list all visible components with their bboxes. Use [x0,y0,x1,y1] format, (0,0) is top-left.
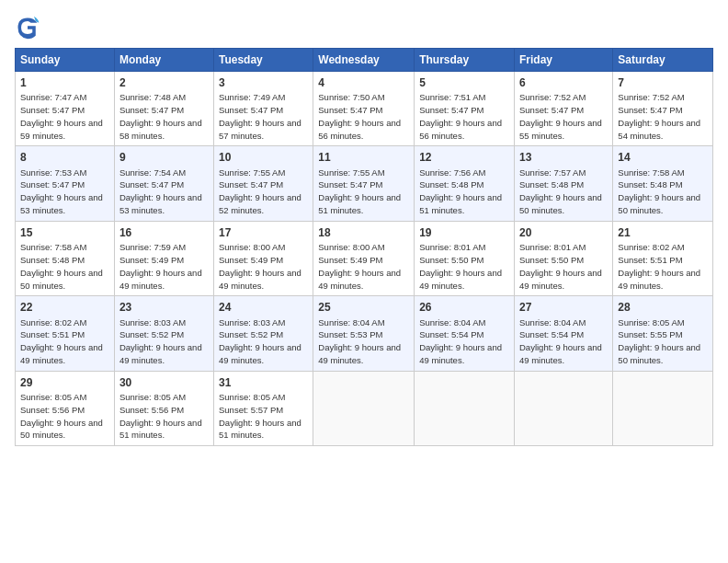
calendar-cell: 13 Sunrise: 7:57 AMSunset: 5:48 PMDaylig… [515,146,613,221]
day-info: Sunrise: 7:52 AMSunset: 5:47 PMDaylight:… [519,92,602,140]
calendar-cell: 2 Sunrise: 7:48 AMSunset: 5:47 PMDayligh… [114,72,213,146]
day-info: Sunrise: 8:05 AMSunset: 5:56 PMDaylight:… [119,392,202,440]
calendar-cell: 30 Sunrise: 8:05 AMSunset: 5:56 PMDaylig… [114,371,213,445]
day-info: Sunrise: 7:49 AMSunset: 5:47 PMDaylight:… [219,92,301,140]
calendar-week-1: 1 Sunrise: 7:47 AMSunset: 5:47 PMDayligh… [16,72,713,146]
calendar-cell: 9 Sunrise: 7:54 AMSunset: 5:47 PMDayligh… [114,146,213,221]
calendar-cell [415,371,515,445]
calendar-cell: 12 Sunrise: 7:56 AMSunset: 5:48 PMDaylig… [415,146,515,221]
day-info: Sunrise: 8:03 AMSunset: 5:52 PMDaylight:… [219,317,301,365]
calendar-cell: 15 Sunrise: 7:58 AMSunset: 5:48 PMDaylig… [16,221,115,295]
day-info: Sunrise: 7:56 AMSunset: 5:48 PMDaylight:… [419,167,502,215]
calendar-cell: 17 Sunrise: 8:00 AMSunset: 5:49 PMDaylig… [213,221,313,295]
day-info: Sunrise: 8:00 AMSunset: 5:49 PMDaylight:… [318,242,401,290]
weekday-header-wednesday: Wednesday [313,49,415,72]
day-number: 18 [318,225,409,240]
day-info: Sunrise: 7:54 AMSunset: 5:47 PMDaylight:… [119,167,202,215]
weekday-header-saturday: Saturday [613,49,713,72]
day-number: 22 [20,300,109,315]
day-number: 12 [419,150,509,165]
day-number: 10 [219,150,308,165]
calendar-cell: 22 Sunrise: 8:02 AMSunset: 5:51 PMDaylig… [16,296,115,371]
day-info: Sunrise: 8:05 AMSunset: 5:56 PMDaylight:… [20,392,103,440]
day-info: Sunrise: 7:58 AMSunset: 5:48 PMDaylight:… [20,242,103,290]
day-info: Sunrise: 8:04 AMSunset: 5:54 PMDaylight:… [519,317,602,365]
day-number: 24 [219,300,308,315]
day-info: Sunrise: 7:55 AMSunset: 5:47 PMDaylight:… [318,167,401,215]
calendar-cell: 31 Sunrise: 8:05 AMSunset: 5:57 PMDaylig… [213,371,313,445]
page: SundayMondayTuesdayWednesdayThursdayFrid… [0,0,728,563]
calendar-cell: 7 Sunrise: 7:52 AMSunset: 5:47 PMDayligh… [613,72,713,146]
calendar-week-5: 29 Sunrise: 8:05 AMSunset: 5:56 PMDaylig… [16,371,713,445]
day-number: 23 [119,300,209,315]
day-info: Sunrise: 8:02 AMSunset: 5:51 PMDaylight:… [618,242,700,290]
weekday-header-thursday: Thursday [415,49,515,72]
day-number: 6 [519,75,608,90]
day-info: Sunrise: 8:05 AMSunset: 5:55 PMDaylight:… [618,317,700,365]
day-number: 30 [119,375,209,390]
weekday-header-monday: Monday [114,49,213,72]
day-info: Sunrise: 7:51 AMSunset: 5:47 PMDaylight:… [419,92,502,140]
calendar-cell: 27 Sunrise: 8:04 AMSunset: 5:54 PMDaylig… [515,296,613,371]
calendar-cell: 26 Sunrise: 8:04 AMSunset: 5:54 PMDaylig… [415,296,515,371]
day-number: 2 [119,75,209,90]
day-number: 19 [419,225,509,240]
calendar-cell: 28 Sunrise: 8:05 AMSunset: 5:55 PMDaylig… [613,296,713,371]
calendar-cell: 3 Sunrise: 7:49 AMSunset: 5:47 PMDayligh… [213,72,313,146]
calendar-cell: 19 Sunrise: 8:01 AMSunset: 5:50 PMDaylig… [415,221,515,295]
calendar-week-2: 8 Sunrise: 7:53 AMSunset: 5:47 PMDayligh… [16,146,713,221]
calendar-cell: 6 Sunrise: 7:52 AMSunset: 5:47 PMDayligh… [515,72,613,146]
day-info: Sunrise: 7:50 AMSunset: 5:47 PMDaylight:… [318,92,401,140]
calendar-cell: 10 Sunrise: 7:55 AMSunset: 5:47 PMDaylig… [213,146,313,221]
calendar-cell: 24 Sunrise: 8:03 AMSunset: 5:52 PMDaylig… [213,296,313,371]
calendar-cell: 1 Sunrise: 7:47 AMSunset: 5:47 PMDayligh… [16,72,115,146]
calendar-cell: 16 Sunrise: 7:59 AMSunset: 5:49 PMDaylig… [114,221,213,295]
day-number: 1 [20,75,109,90]
day-number: 14 [618,150,708,165]
day-number: 8 [20,150,109,165]
calendar-table: SundayMondayTuesdayWednesdayThursdayFrid… [15,48,713,446]
day-info: Sunrise: 8:01 AMSunset: 5:50 PMDaylight:… [519,242,602,290]
day-number: 9 [119,150,209,165]
day-info: Sunrise: 7:52 AMSunset: 5:47 PMDaylight:… [618,92,700,140]
day-number: 5 [419,75,509,90]
day-info: Sunrise: 8:05 AMSunset: 5:57 PMDaylight:… [219,392,301,440]
weekday-header-sunday: Sunday [16,49,115,72]
day-info: Sunrise: 8:02 AMSunset: 5:51 PMDaylight:… [20,317,103,365]
day-number: 26 [419,300,509,315]
day-number: 7 [618,75,708,90]
day-info: Sunrise: 7:53 AMSunset: 5:47 PMDaylight:… [20,167,103,215]
day-info: Sunrise: 8:01 AMSunset: 5:50 PMDaylight:… [419,242,502,290]
day-number: 16 [119,225,209,240]
calendar-cell [515,371,613,445]
day-number: 20 [519,225,608,240]
calendar-week-4: 22 Sunrise: 8:02 AMSunset: 5:51 PMDaylig… [16,296,713,371]
day-info: Sunrise: 7:55 AMSunset: 5:47 PMDaylight:… [219,167,301,215]
day-info: Sunrise: 8:00 AMSunset: 5:49 PMDaylight:… [219,242,301,290]
logo [15,15,44,40]
calendar-cell [613,371,713,445]
header [15,15,713,40]
calendar-cell: 21 Sunrise: 8:02 AMSunset: 5:51 PMDaylig… [613,221,713,295]
calendar-cell: 4 Sunrise: 7:50 AMSunset: 5:47 PMDayligh… [313,72,415,146]
day-number: 11 [318,150,409,165]
day-info: Sunrise: 7:58 AMSunset: 5:48 PMDaylight:… [618,167,700,215]
day-number: 15 [20,225,109,240]
day-info: Sunrise: 7:47 AMSunset: 5:47 PMDaylight:… [20,92,103,140]
day-number: 27 [519,300,608,315]
logo-icon [15,15,40,40]
weekday-header-tuesday: Tuesday [213,49,313,72]
calendar-week-3: 15 Sunrise: 7:58 AMSunset: 5:48 PMDaylig… [16,221,713,295]
calendar-cell: 18 Sunrise: 8:00 AMSunset: 5:49 PMDaylig… [313,221,415,295]
calendar-cell: 20 Sunrise: 8:01 AMSunset: 5:50 PMDaylig… [515,221,613,295]
day-info: Sunrise: 8:04 AMSunset: 5:53 PMDaylight:… [318,317,401,365]
weekday-header-row: SundayMondayTuesdayWednesdayThursdayFrid… [16,49,713,72]
day-number: 17 [219,225,308,240]
day-info: Sunrise: 8:03 AMSunset: 5:52 PMDaylight:… [119,317,202,365]
day-info: Sunrise: 8:04 AMSunset: 5:54 PMDaylight:… [419,317,502,365]
day-number: 13 [519,150,608,165]
day-number: 28 [618,300,708,315]
weekday-header-friday: Friday [515,49,613,72]
calendar-cell: 11 Sunrise: 7:55 AMSunset: 5:47 PMDaylig… [313,146,415,221]
day-info: Sunrise: 7:57 AMSunset: 5:48 PMDaylight:… [519,167,602,215]
